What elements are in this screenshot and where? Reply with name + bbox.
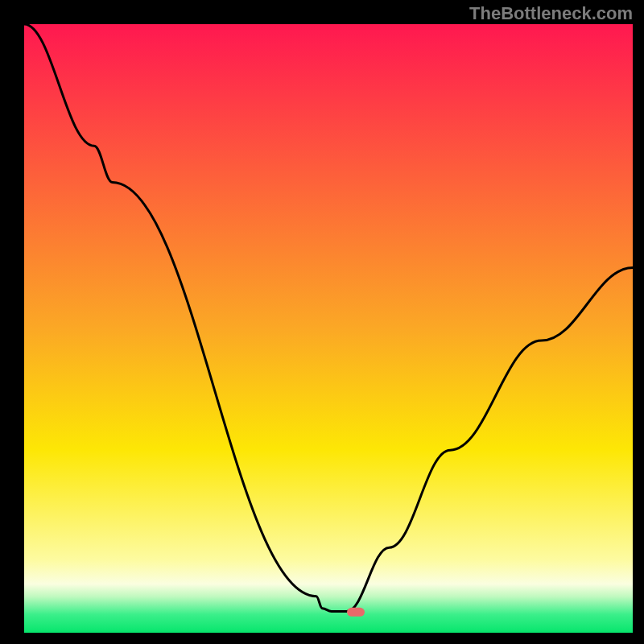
plot-background	[24, 24, 633, 633]
watermark-text: TheBottleneck.com	[469, 3, 633, 24]
optimal-marker	[347, 608, 365, 617]
bottleneck-chart	[0, 0, 644, 644]
chart-container: TheBottleneck.com	[0, 0, 644, 644]
